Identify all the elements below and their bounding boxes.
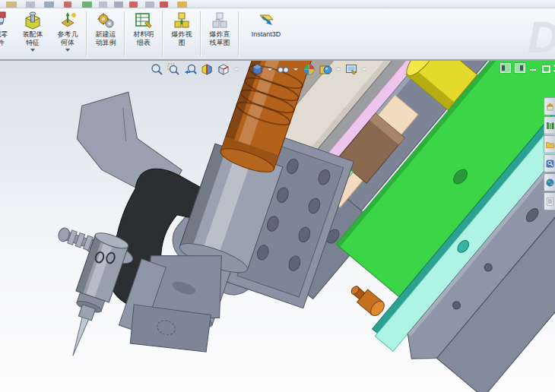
dispense-needle[interactable]	[69, 318, 88, 357]
hide-components-button[interactable]: 隐藏零 部件	[0, 8, 15, 59]
restore-down-button[interactable]	[541, 64, 550, 72]
home-icon	[546, 103, 554, 111]
zoom-to-fit-icon	[151, 63, 163, 76]
clipped-upper-toolbar	[0, 0, 555, 8]
clipped-toolbar-icon	[99, 2, 107, 8]
solidworks-window: { "command_manager": { "buttons": [ {"id…	[0, 0, 555, 392]
dropdown-arrow-icon	[30, 49, 35, 52]
fitting-copper[interactable]	[347, 282, 387, 318]
view-settings-icon	[345, 63, 358, 76]
reference-geometry-icon	[58, 11, 78, 30]
button-label: 隐藏零	[0, 30, 8, 39]
background-watermark: D	[528, 11, 555, 62]
hide-show-items-icon	[277, 63, 290, 76]
new-motion-study-icon	[96, 11, 116, 30]
section-view-button[interactable]	[200, 62, 214, 76]
zoom-to-fit-button[interactable]	[150, 62, 163, 76]
apply-scene-icon	[319, 63, 332, 76]
globe-icon	[546, 179, 554, 187]
heads-up-view-toolbar	[150, 62, 367, 76]
section-view-icon	[201, 63, 214, 76]
button-label: 细表	[137, 39, 151, 47]
tab-custom-properties[interactable]	[544, 192, 555, 210]
new-motion-study-button[interactable]: 新建运 动算例	[88, 8, 123, 59]
exploded-view-button[interactable]: 爆炸视 图	[164, 8, 199, 59]
clipped-toolbar-icon	[44, 2, 54, 8]
button-label: 材料明	[134, 30, 154, 39]
instant3d-button[interactable]: Instant3D	[240, 8, 292, 59]
clipped-toolbar-icon	[177, 2, 187, 8]
search-icon	[546, 160, 554, 168]
folder-icon	[546, 141, 554, 149]
books-icon	[546, 122, 554, 130]
exploded-view-icon	[172, 11, 192, 30]
assembly-model[interactable]	[0, 61, 555, 392]
button-label: 特征	[26, 39, 40, 47]
button-label: 线草图	[210, 39, 230, 47]
toolbar-separator	[162, 11, 163, 56]
display-style-icon	[251, 63, 264, 76]
button-label: 爆炸视	[172, 30, 192, 39]
tab-view-palette[interactable]	[544, 173, 555, 191]
clipped-toolbar-icon	[64, 2, 71, 8]
button-label: 新建运	[96, 30, 116, 39]
dropdown-arrow-icon[interactable]	[268, 68, 272, 71]
view-settings-button[interactable]	[344, 62, 358, 76]
previous-view-button[interactable]	[183, 62, 197, 76]
tab-design-library[interactable]	[544, 116, 555, 134]
toolbar-separator	[200, 11, 201, 56]
zoom-to-area-button[interactable]	[166, 62, 180, 76]
tab-search[interactable]	[544, 154, 555, 172]
minimize-button[interactable]	[529, 64, 538, 72]
dropdown-arrow-icon[interactable]	[293, 68, 298, 71]
button-label: 何体	[61, 39, 75, 47]
pane-toggle-right-button[interactable]	[515, 63, 525, 73]
clipped-toolbar-icon	[82, 2, 92, 8]
toolbar-separator	[238, 11, 239, 56]
button-label: 参考几	[58, 30, 78, 39]
button-label: 图	[179, 39, 186, 47]
pane-toggle-left-button[interactable]	[500, 63, 511, 73]
dropdown-arrow-icon[interactable]	[362, 68, 366, 71]
assembly-features-button[interactable]: 装配体 特征	[15, 8, 50, 59]
clipped-toolbar-icon	[145, 2, 154, 8]
hide-show-items-button[interactable]	[276, 62, 290, 76]
clipped-toolbar-icon	[6, 2, 17, 8]
reference-geometry-button[interactable]: 参考几 何体	[50, 8, 85, 59]
assembly-features-icon	[23, 11, 43, 30]
button-label: 部件	[0, 39, 5, 47]
apply-scene-button[interactable]	[319, 62, 332, 76]
button-label: 装配体	[23, 30, 43, 39]
dropdown-arrow-icon[interactable]	[234, 68, 239, 71]
zoom-to-area-icon	[167, 63, 180, 76]
previous-view-icon	[184, 63, 197, 76]
clipped-toolbar-icon	[129, 2, 138, 8]
document-window-controls	[500, 63, 555, 73]
dropdown-arrow-icon[interactable]	[336, 68, 341, 71]
clipped-toolbar-icon	[114, 2, 123, 8]
edit-appearance-button[interactable]	[302, 62, 316, 76]
tab-solidworks-resources[interactable]	[544, 97, 555, 115]
bill-of-materials-icon	[134, 11, 154, 30]
tab-file-explorer[interactable]	[544, 135, 555, 153]
display-style-button[interactable]	[250, 62, 264, 76]
graphics-area[interactable]	[0, 61, 555, 392]
clipped-toolbar-icon	[26, 2, 35, 8]
explode-line-sketch-button[interactable]: 爆炸直 线草图	[202, 8, 237, 59]
explode-line-sketch-icon	[210, 11, 230, 30]
view-orientation-button[interactable]	[217, 62, 230, 76]
button-label: 动算例	[96, 39, 116, 47]
view-orientation-icon	[217, 63, 230, 76]
document-icon	[546, 198, 554, 206]
toolbar-separator	[86, 11, 87, 56]
instant3d-icon	[256, 11, 276, 30]
hide-components-icon	[0, 11, 8, 30]
toolbar-separator	[124, 11, 125, 56]
bill-of-materials-button[interactable]: 材料明 细表	[126, 8, 161, 59]
button-label: Instant3D	[252, 30, 281, 39]
task-pane-tabs	[544, 97, 555, 210]
edit-appearance-icon	[303, 63, 316, 76]
clipped-toolbar-icon	[160, 2, 168, 8]
command-manager-toolbar: 隐藏零 部件 装配体 特征 参考几 何体	[0, 8, 555, 61]
button-label: 爆炸直	[210, 30, 230, 39]
